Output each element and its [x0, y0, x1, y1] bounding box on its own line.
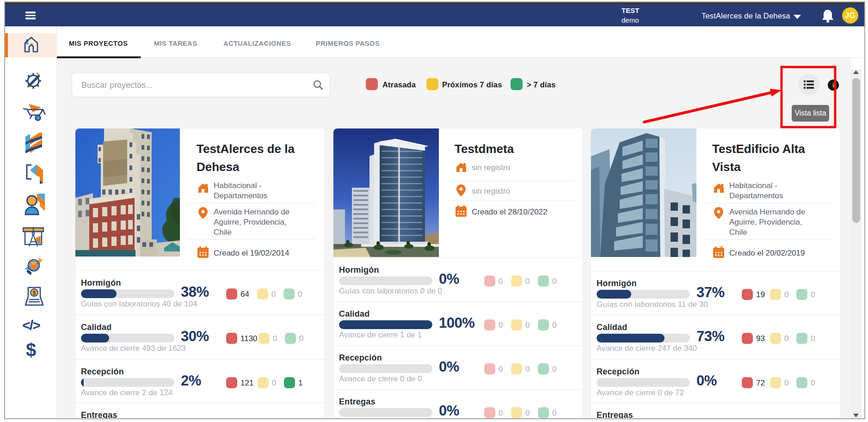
svg-text:$: $ [33, 290, 36, 296]
